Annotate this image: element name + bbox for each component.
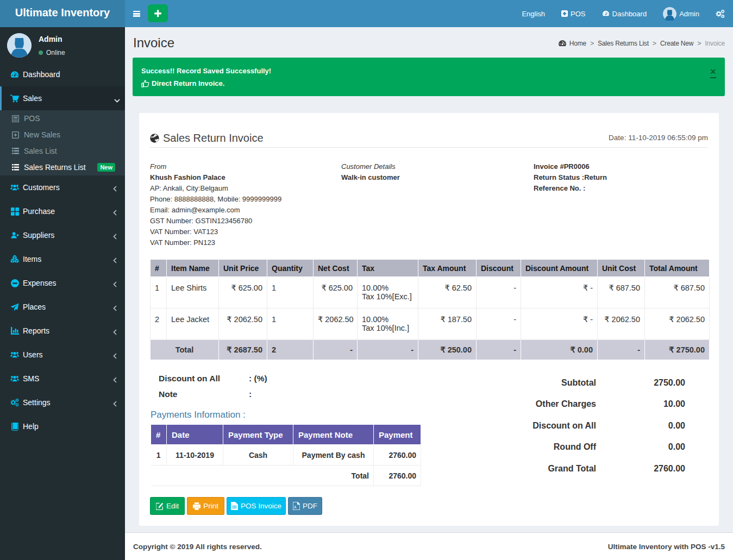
svg-text:A: A (294, 505, 297, 509)
